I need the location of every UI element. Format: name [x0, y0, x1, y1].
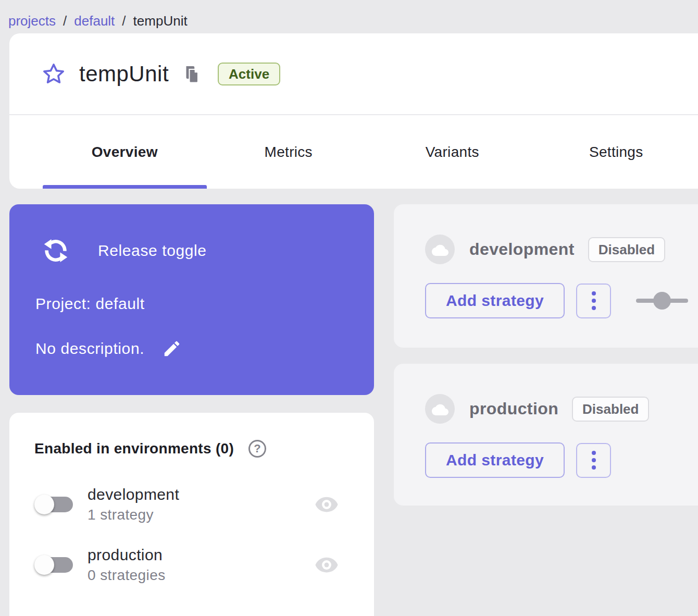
right-column: development Disabled Add strategy	[394, 204, 698, 616]
more-options-button[interactable]	[576, 284, 611, 318]
environment-status-badge: Disabled	[588, 237, 665, 262]
copy-icon	[182, 65, 201, 83]
kebab-icon	[592, 451, 596, 455]
cloud-icon	[432, 243, 448, 256]
help-icon[interactable]: ?	[248, 440, 266, 458]
cloud-icon	[432, 403, 448, 415]
production-panel-header: production Disabled	[425, 394, 698, 424]
eye-icon	[315, 497, 339, 512]
tabs: Overview Metrics Variants Settings	[9, 115, 698, 189]
toggle-type-label: Release toggle	[98, 242, 207, 260]
star-icon	[42, 62, 66, 86]
pencil-icon	[162, 339, 182, 359]
breadcrumb-separator: /	[63, 13, 67, 29]
enabled-environments-title: Enabled in environments (0)	[34, 440, 234, 457]
more-options-button[interactable]	[576, 443, 611, 478]
eye-icon	[315, 557, 339, 573]
breadcrumb-default[interactable]: default	[74, 13, 115, 29]
breadcrumb-separator: /	[122, 13, 126, 29]
environment-avatar	[425, 394, 455, 424]
production-environment-panel: production Disabled Add strategy	[394, 364, 698, 506]
visibility-toggle-development[interactable]	[315, 497, 339, 512]
environment-avatar	[425, 235, 455, 264]
environment-row-production: production 0 strategies	[34, 546, 351, 584]
environment-name: production	[88, 546, 166, 564]
edit-description-button[interactable]	[162, 339, 182, 359]
page-title: tempUnit	[79, 61, 169, 87]
development-environment-panel: development Disabled Add strategy	[394, 204, 698, 348]
environment-status-badge: Disabled	[572, 397, 649, 422]
tab-settings[interactable]: Settings	[534, 115, 698, 189]
panel-environment-name: development	[469, 240, 575, 259]
rollout-slider-icon	[636, 291, 688, 310]
feature-header-card: tempUnit Active Overview Metrics Variant…	[9, 33, 698, 189]
tab-metrics[interactable]: Metrics	[207, 115, 371, 189]
release-card-header: Release toggle	[35, 236, 353, 266]
development-panel-actions: Add strategy	[425, 283, 698, 318]
title-row: tempUnit Active	[9, 33, 698, 114]
production-panel-actions: Add strategy	[425, 442, 698, 478]
project-label: Project: default	[35, 295, 353, 313]
release-toggle-card: Release toggle Project: default No descr…	[9, 204, 374, 395]
panel-environment-name: production	[469, 399, 558, 418]
loop-icon	[41, 236, 71, 266]
favorite-button[interactable]	[42, 62, 66, 86]
breadcrumb-projects[interactable]: projects	[8, 13, 56, 29]
development-panel-header: development Disabled	[425, 235, 698, 264]
development-toggle-switch[interactable]	[34, 494, 75, 515]
active-tab-indicator	[43, 185, 207, 189]
environment-name: development	[88, 486, 179, 503]
enabled-environments-header: Enabled in environments (0) ?	[34, 440, 351, 458]
description-row: No description.	[35, 339, 353, 359]
environment-strategy-count: 1 strategy	[88, 507, 179, 523]
enabled-environments-card: Enabled in environments (0) ? developmen…	[9, 413, 374, 616]
tab-variants[interactable]: Variants	[370, 115, 534, 189]
production-toggle-switch[interactable]	[34, 554, 75, 576]
kebab-icon	[592, 291, 596, 295]
add-strategy-button[interactable]: Add strategy	[425, 442, 565, 478]
description-text: No description.	[35, 340, 144, 358]
status-badge: Active	[218, 63, 280, 85]
environment-row-development: development 1 strategy	[34, 486, 351, 523]
tab-overview[interactable]: Overview	[43, 115, 207, 189]
visibility-toggle-production[interactable]	[315, 557, 339, 573]
environment-strategy-count: 0 strategies	[88, 567, 166, 584]
copy-name-button[interactable]	[181, 64, 202, 84]
breadcrumb-current: tempUnit	[133, 13, 188, 29]
breadcrumb: projects / default / tempUnit	[0, 0, 698, 33]
add-strategy-button[interactable]: Add strategy	[425, 283, 565, 318]
main-content: Release toggle Project: default No descr…	[9, 204, 698, 616]
left-column: Release toggle Project: default No descr…	[9, 204, 374, 616]
